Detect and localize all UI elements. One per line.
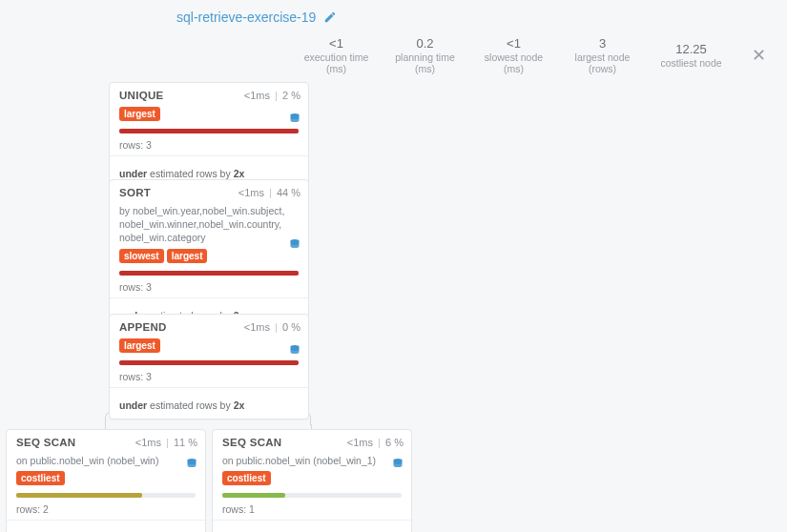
node-header: SEQ SCAN <1ms | 11 %	[7, 430, 205, 454]
plan-canvas: UNIQUE <1ms | 2 % largest rows: 3 under …	[0, 76, 787, 532]
node-meta: <1ms | 0 %	[244, 321, 300, 333]
stat-value: <1	[478, 36, 549, 51]
stat-largest-node: 3 largest node (rows)	[567, 36, 638, 74]
node-bar	[119, 360, 299, 365]
node-bar-fill	[16, 493, 142, 498]
badge-largest: largest	[167, 249, 208, 263]
node-header: SORT <1ms | 44 %	[110, 180, 308, 204]
stat-value: 3	[567, 36, 638, 51]
node-bar	[119, 129, 299, 133]
node-ms: <1ms	[347, 437, 373, 448]
divider	[7, 520, 205, 521]
divider	[213, 520, 411, 521]
node-pct: 2 %	[282, 90, 300, 101]
estimate-bold: under	[119, 168, 147, 179]
estimate-bold: under	[119, 399, 147, 411]
database-icon[interactable]	[289, 112, 300, 127]
page-title-row: sql-retrieve-exercise-19	[176, 10, 337, 25]
node-body: on public.nobel_win (nobel_win) costlies…	[7, 454, 205, 525]
node-name: SEQ SCAN	[222, 437, 281, 448]
node-estimate: under estimated rows by 2x	[110, 393, 308, 419]
stat-value: 12.25	[655, 42, 727, 56]
node-pct: 0 %	[282, 321, 300, 333]
stats-row: <1 execution time (ms) 0.2 planning time…	[315, 36, 770, 74]
node-ms: <1ms	[238, 187, 264, 198]
node-pct: 44 %	[277, 187, 300, 198]
badge-slowest: slowest	[119, 249, 164, 263]
node-body: largest rows: 3	[110, 338, 308, 393]
stat-label: slowest node (ms)	[478, 51, 549, 74]
divider	[110, 155, 308, 156]
node-desc: on public.nobel_win (nobel_win_1)	[222, 454, 402, 467]
badge-costliest: costliest	[16, 471, 65, 485]
node-pct: 6 %	[385, 437, 404, 448]
node-badges: costliest	[16, 471, 196, 485]
node-bar	[119, 271, 299, 276]
database-icon[interactable]	[186, 457, 197, 472]
database-icon[interactable]	[289, 237, 300, 253]
node-ms: <1ms	[244, 90, 270, 101]
node-body: largest rows: 3	[110, 107, 308, 161]
plan-node-seqscan-1[interactable]: SEQ SCAN <1ms | 11 % on public.nobel_win…	[6, 429, 206, 532]
stat-label: planning time (ms)	[389, 51, 461, 74]
node-bar-fill	[222, 493, 285, 498]
node-badges: costliest	[222, 471, 402, 485]
node-rows: rows: 3	[119, 139, 299, 155]
estimate-factor: 2x	[234, 399, 245, 411]
stat-value: 0.2	[389, 36, 461, 51]
node-meta: <1ms | 2 %	[244, 90, 300, 101]
node-estimate: under estimated rows by 1x	[213, 525, 411, 532]
divider	[110, 387, 308, 388]
stat-label: largest node (rows)	[567, 51, 638, 74]
plan-node-sort[interactable]: SORT <1ms | 44 % by nobel_win.year,nobel…	[109, 179, 309, 330]
stat-costliest-node: 12.25 costliest node	[655, 42, 727, 69]
node-pct: 11 %	[174, 437, 197, 448]
stat-slowest-node: <1 slowest node (ms)	[478, 36, 549, 74]
node-header: APPEND <1ms | 0 %	[110, 315, 308, 338]
node-bar	[16, 493, 196, 498]
node-rows: rows: 2	[16, 503, 196, 520]
plan-node-unique[interactable]: UNIQUE <1ms | 2 % largest rows: 3 under …	[109, 82, 309, 188]
badge-largest: largest	[119, 107, 160, 121]
badge-largest: largest	[119, 338, 160, 353]
node-body: on public.nobel_win (nobel_win_1) costli…	[213, 454, 411, 525]
node-desc: on public.nobel_win (nobel_win)	[16, 454, 196, 467]
node-meta: <1ms | 44 %	[238, 187, 300, 198]
node-name: SORT	[119, 187, 151, 198]
node-bar-fill	[119, 360, 299, 365]
stat-label: execution time (ms)	[300, 51, 372, 74]
edit-icon[interactable]	[323, 10, 337, 24]
node-meta: <1ms | 11 %	[135, 437, 197, 448]
plan-node-append[interactable]: APPEND <1ms | 0 % largest rows: 3 under …	[109, 314, 309, 419]
estimate-mid: estimated rows by	[147, 168, 233, 179]
node-bar-fill	[119, 271, 299, 276]
node-name: APPEND	[119, 321, 167, 333]
node-bar	[222, 493, 402, 498]
node-ms: <1ms	[244, 321, 270, 333]
node-rows: rows: 3	[119, 371, 299, 387]
badge-costliest: costliest	[222, 471, 271, 485]
estimate-mid: estimated rows by	[147, 399, 233, 411]
node-badges: largest	[119, 338, 299, 353]
estimate-factor: 2x	[234, 168, 245, 179]
stat-value: <1	[300, 36, 372, 51]
node-estimate: under estimated rows by 2x	[7, 525, 205, 532]
database-icon[interactable]	[392, 457, 404, 472]
node-body: by nobel_win.year,nobel_win.subject, nob…	[110, 204, 308, 303]
close-icon[interactable]: ✕	[744, 47, 770, 64]
node-badges: largest	[119, 107, 299, 121]
node-meta: <1ms | 6 %	[347, 437, 404, 448]
node-header: UNIQUE <1ms | 2 %	[110, 83, 308, 107]
plan-node-seqscan-2[interactable]: SEQ SCAN <1ms | 6 % on public.nobel_win …	[212, 429, 412, 532]
divider	[110, 297, 308, 298]
stat-exec-time: <1 execution time (ms)	[300, 36, 372, 74]
node-name: SEQ SCAN	[16, 437, 75, 448]
stat-label: costliest node	[655, 57, 727, 69]
database-icon[interactable]	[289, 343, 300, 358]
node-desc: by nobel_win.year,nobel_win.subject, nob…	[119, 204, 299, 245]
node-ms: <1ms	[135, 437, 161, 448]
node-badges: slowest largest	[119, 249, 299, 263]
node-rows: rows: 3	[119, 281, 299, 297]
node-name: UNIQUE	[119, 90, 164, 101]
stat-plan-time: 0.2 planning time (ms)	[389, 36, 461, 74]
